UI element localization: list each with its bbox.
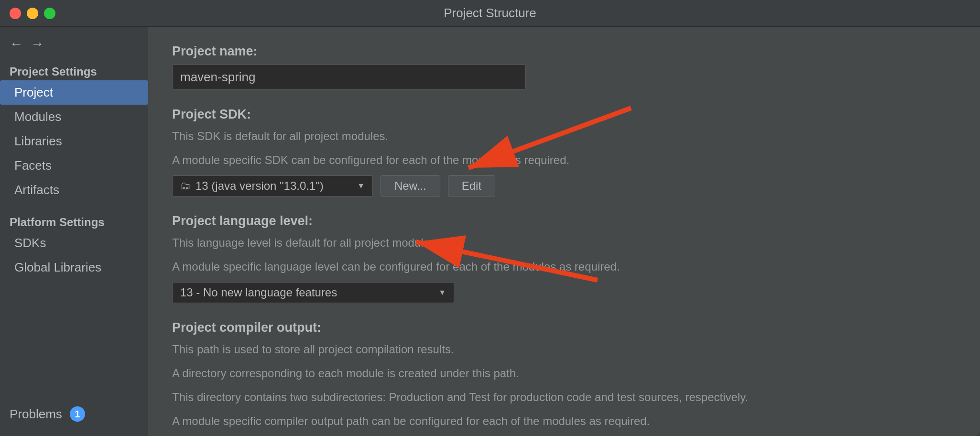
nav-arrows: ← → [0,32,148,61]
sidebar-item-libraries-label: Libraries [14,134,62,148]
problems-badge: 1 [70,406,85,422]
project-sdk-label: Project SDK: [172,107,956,122]
window-title: Project Structure [444,6,536,21]
language-level-dropdown[interactable]: 13 - No new language features ▼ [172,282,454,303]
project-language-desc1: This language level is default for all p… [172,234,956,251]
minimize-button[interactable] [27,8,38,19]
sidebar-item-global-libraries[interactable]: Global Libraries [0,255,148,280]
language-dropdown-arrow: ▼ [438,288,446,297]
back-arrow[interactable]: ← [10,36,23,52]
sidebar: ← → Project Settings Project Modules Lib… [0,27,148,436]
project-compiler-group: Project compiler output: This path is us… [172,320,956,436]
project-language-desc2: A module specific language level can be … [172,258,956,275]
project-name-group: Project name: [172,44,956,90]
sdk-select-inner: 🗂 13 (java version "13.0.1") [180,179,324,193]
new-button[interactable]: New... [381,175,440,196]
project-language-label: Project language level: [172,214,956,229]
edit-button[interactable]: Edit [448,175,495,196]
sidebar-item-sdks-label: SDKs [14,236,46,250]
sidebar-item-artifacts[interactable]: Artifacts [0,178,148,202]
project-sdk-group: Project SDK: This SDK is default for all… [172,107,956,196]
language-level-value: 13 - No new language features [180,286,337,299]
platform-settings-label: Platform Settings [0,212,148,231]
sidebar-item-facets[interactable]: Facets [0,153,148,178]
project-compiler-desc2: A directory corresponding to each module… [172,365,956,382]
titlebar: Project Structure [0,0,980,27]
main-content: Project name: Project SDK: This SDK is d… [148,27,980,436]
project-compiler-desc1: This path is used to store all project c… [172,341,956,358]
project-compiler-desc4: A module specific compiler output path c… [172,413,956,430]
project-sdk-desc2: A module specific SDK can be configured … [172,152,956,169]
sdk-value: 13 (java version "13.0.1") [196,179,324,193]
sidebar-item-facets-label: Facets [14,158,52,173]
sidebar-item-modules[interactable]: Modules [0,105,148,129]
sidebar-item-artifacts-label: Artifacts [14,183,59,197]
project-language-group: Project language level: This language le… [172,214,956,303]
sdk-row: 🗂 13 (java version "13.0.1") ▼ New... Ed… [172,175,956,196]
sidebar-item-libraries[interactable]: Libraries [0,129,148,153]
project-sdk-desc1: This SDK is default for all project modu… [172,128,956,145]
project-name-label: Project name: [172,44,956,59]
forward-arrow[interactable]: → [31,36,44,52]
problems-item[interactable]: Problems 1 [0,402,148,426]
sidebar-item-global-libraries-label: Global Libraries [14,260,101,274]
sidebar-item-project[interactable]: Project [0,80,148,105]
close-button[interactable] [10,8,21,19]
sidebar-item-project-label: Project [14,85,53,99]
sdk-dropdown[interactable]: 🗂 13 (java version "13.0.1") ▼ [172,175,373,196]
folder-icon: 🗂 [180,180,191,192]
project-compiler-label: Project compiler output: [172,320,956,335]
sidebar-item-sdks[interactable]: SDKs [0,231,148,255]
content-wrapper: ← → Project Settings Project Modules Lib… [0,27,980,436]
traffic-lights [10,8,55,19]
maximize-button[interactable] [44,8,55,19]
project-settings-label: Project Settings [0,61,148,80]
sidebar-item-modules-label: Modules [14,109,61,124]
window: Project Structure ← → Project Settings P… [0,0,980,436]
sdk-dropdown-arrow: ▼ [357,182,365,190]
project-name-input[interactable] [172,65,526,90]
problems-label: Problems [10,407,62,422]
problems-count: 1 [75,409,80,420]
project-compiler-desc3: This directory contains two subdirectori… [172,389,956,406]
